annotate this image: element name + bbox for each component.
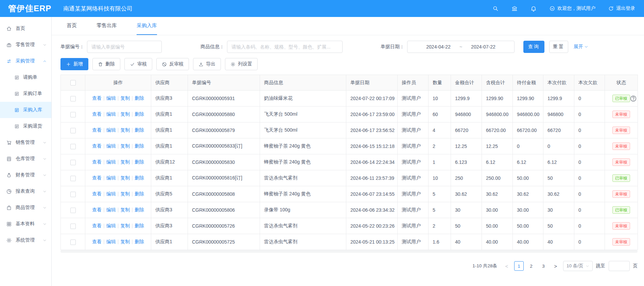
prev-page-button[interactable]: <: [503, 263, 511, 269]
row-action-3[interactable]: 删除: [135, 159, 144, 165]
row-action-1[interactable]: 编辑: [106, 223, 116, 228]
sidebar-item-5[interactable]: 采购入库: [0, 102, 51, 118]
row-action-3[interactable]: 删除: [135, 143, 144, 149]
tab-0[interactable]: 首页: [67, 17, 77, 35]
row-action-0[interactable]: 查看: [92, 143, 102, 149]
jump-to-page-input[interactable]: [609, 261, 630, 271]
expand-filters-link[interactable]: 展开: [574, 44, 588, 50]
bank-icon[interactable]: [511, 5, 518, 12]
logout-button[interactable]: 退出登录: [608, 5, 635, 12]
row-action-2[interactable]: 复制: [120, 175, 130, 180]
row-action-3[interactable]: 删除: [135, 207, 144, 212]
row-checkbox[interactable]: [70, 192, 76, 197]
audit-button[interactable]: 审核: [124, 58, 152, 70]
search-icon[interactable]: [492, 5, 499, 12]
horizontal-scrollbar[interactable]: [60, 250, 638, 253]
row-action-2[interactable]: 复制: [120, 159, 130, 165]
row-action-0[interactable]: 查看: [92, 191, 102, 196]
row-action-1[interactable]: 编辑: [106, 143, 116, 149]
row-checkbox[interactable]: [70, 112, 76, 117]
tab-1[interactable]: 零售出库: [97, 17, 117, 35]
row-action-0[interactable]: 查看: [92, 127, 102, 133]
logout-text: 退出登录: [616, 5, 635, 12]
sidebar-item-10[interactable]: 报表查询: [0, 183, 51, 199]
sidebar-item-2[interactable]: 采购管理: [0, 53, 51, 69]
row-action-1[interactable]: 编辑: [106, 239, 116, 244]
page-button-2[interactable]: 2: [526, 261, 536, 271]
row-action-2[interactable]: 复制: [120, 143, 130, 149]
row-action-0[interactable]: 查看: [92, 239, 102, 244]
row-action-3[interactable]: 删除: [135, 95, 144, 101]
user-status-icon: [550, 6, 555, 11]
row-action-2[interactable]: 复制: [120, 207, 130, 212]
delete-button[interactable]: 删除: [92, 58, 120, 70]
sidebar-item-3[interactable]: 请购单: [0, 69, 51, 85]
row-action-2[interactable]: 复制: [120, 95, 130, 101]
date-end-value[interactable]: 2024-07-22: [471, 44, 495, 50]
select-all-checkbox[interactable]: [70, 80, 76, 85]
sidebar-item-12[interactable]: 基本资料: [0, 216, 51, 232]
row-action-1[interactable]: 编辑: [106, 159, 116, 165]
welcome-user[interactable]: 欢迎您，测试用户: [550, 5, 595, 12]
next-page-button[interactable]: >: [552, 263, 560, 269]
row-action-1[interactable]: 编辑: [106, 95, 116, 101]
sidebar-item-1[interactable]: 零售管理: [0, 37, 51, 53]
export-button[interactable]: 导出: [193, 58, 221, 70]
row-action-3[interactable]: 删除: [135, 127, 144, 133]
sidebar-item-4[interactable]: 采购订单: [0, 85, 51, 102]
row-action-2[interactable]: 复制: [120, 223, 130, 228]
page-button-1[interactable]: 1: [514, 261, 524, 271]
row-checkbox[interactable]: [70, 144, 76, 149]
bill-no-input[interactable]: [87, 41, 162, 53]
row-action-1[interactable]: 编辑: [106, 191, 116, 196]
help-icon[interactable]: [630, 95, 637, 102]
column-settings-button[interactable]: 列设置: [225, 58, 258, 70]
add-button[interactable]: 新增: [60, 58, 88, 70]
row-checkbox[interactable]: [70, 128, 76, 133]
row-action-2[interactable]: 复制: [120, 111, 130, 117]
sidebar-item-13[interactable]: 系统管理: [0, 232, 51, 248]
row-action-0[interactable]: 查看: [92, 95, 102, 101]
bell-icon[interactable]: [530, 5, 537, 12]
row-action-3[interactable]: 删除: [135, 191, 144, 196]
sidebar-item-9[interactable]: 财务管理: [0, 167, 51, 183]
sidebar-item-0[interactable]: 首页: [0, 20, 51, 37]
row-action-3[interactable]: 删除: [135, 175, 144, 180]
row-action-3[interactable]: 删除: [135, 111, 144, 117]
tab-2[interactable]: 采购入库: [137, 17, 157, 35]
search-button[interactable]: 查询: [523, 41, 544, 53]
row-action-1[interactable]: 编辑: [106, 207, 116, 212]
row-checkbox[interactable]: [70, 224, 76, 229]
row-action-2[interactable]: 复制: [120, 127, 130, 133]
cell-date: 2024-06-07 23:14:55: [346, 186, 398, 202]
row-checkbox[interactable]: [70, 160, 76, 165]
row-action-0[interactable]: 查看: [92, 223, 102, 228]
row-checkbox[interactable]: [70, 176, 76, 181]
row-action-2[interactable]: 复制: [120, 191, 130, 196]
row-action-3[interactable]: 删除: [135, 239, 144, 244]
date-range-picker[interactable]: 2024-04-22 ~ 2024-07-22: [407, 41, 515, 53]
row-action-1[interactable]: 编辑: [106, 111, 116, 117]
row-action-0[interactable]: 查看: [92, 175, 102, 180]
page-button-3[interactable]: 3: [539, 261, 548, 271]
row-action-1[interactable]: 编辑: [106, 127, 116, 133]
row-checkbox[interactable]: [70, 96, 76, 101]
product-info-input[interactable]: [227, 41, 343, 53]
row-checkbox[interactable]: [70, 208, 76, 213]
row-action-0[interactable]: 查看: [92, 207, 102, 212]
sidebar-item-8[interactable]: 仓库管理: [0, 151, 51, 167]
sidebar-item-6[interactable]: 采购退货: [0, 118, 51, 134]
row-action-0[interactable]: 查看: [92, 159, 102, 165]
row-action-3[interactable]: 删除: [135, 223, 144, 228]
row-action-1[interactable]: 编辑: [106, 175, 116, 180]
sidebar-item-11[interactable]: 商品管理: [0, 199, 51, 216]
date-start-value[interactable]: 2024-04-22: [426, 44, 451, 50]
page-size-select[interactable]: 10 条/页: [563, 261, 593, 271]
unaudit-button[interactable]: 反审核: [156, 58, 189, 70]
row-action-0[interactable]: 查看: [92, 111, 102, 117]
cell-qty: 5: [429, 186, 451, 202]
sidebar-item-7[interactable]: 销售管理: [0, 134, 51, 151]
row-action-2[interactable]: 复制: [120, 239, 130, 244]
row-checkbox[interactable]: [70, 240, 76, 245]
reset-button[interactable]: 重置: [549, 41, 568, 53]
